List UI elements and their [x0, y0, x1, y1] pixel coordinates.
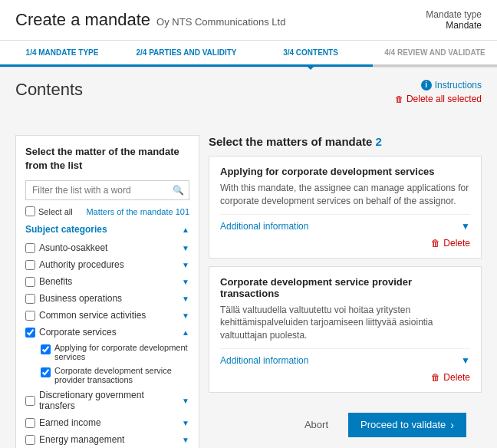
chevron-down-icon: ▼ [182, 419, 189, 427]
item-common-checkbox[interactable] [25, 311, 35, 321]
item-corporate-label[interactable]: Corporate services [25, 327, 117, 338]
main-content: Contents i Instructions 🗑 Delete all sel… [0, 68, 497, 448]
contents-heading: Contents [15, 80, 83, 100]
list-item[interactable]: Benefits ▼ [25, 273, 189, 290]
company-name: Oy NTS Communications Ltd [156, 16, 285, 28]
header: Create a mandate Oy NTS Communications L… [0, 0, 497, 41]
item-authority-label[interactable]: Authority procedures [25, 259, 124, 270]
card-2-title: Corporate development service provider t… [220, 276, 470, 299]
sub-item-corporate-dev-checkbox[interactable] [41, 344, 51, 354]
mandate-type-value: Mandate [426, 20, 482, 31]
item-discretionary-label[interactable]: Discretionary government transfers [25, 390, 182, 411]
chevron-up-icon: ▲ [182, 226, 189, 234]
mandate-type-heading: Mandate type [426, 9, 482, 20]
chevron-down-icon: ▼ [182, 397, 189, 405]
list-item[interactable]: Corporate services ▲ [25, 324, 189, 341]
sub-item-corporate-provider-checkbox[interactable] [41, 367, 51, 377]
mandate-type-info: Mandate type Mandate [426, 9, 482, 31]
content-layout: Select the matter of the mandate from th… [15, 135, 482, 448]
item-energy-label[interactable]: Energy management [25, 434, 124, 445]
card-2-additional-info[interactable]: Additional information ▼ [220, 348, 470, 366]
card-1-title: Applying for corporate development servi… [220, 166, 470, 177]
list-item[interactable]: Business operations ▼ [25, 290, 189, 307]
select-all-row: Select all Matters of the mandate 101 [25, 206, 189, 216]
item-corporate-checkbox[interactable] [25, 328, 35, 338]
list-item[interactable]: Authority procedures ▼ [25, 256, 189, 273]
search-box: 🔍 [25, 180, 189, 200]
card-2-delete[interactable]: 🗑 Delete [220, 372, 470, 383]
matters-count-text: Matters of the mandate 101 [86, 207, 189, 216]
instructions-link[interactable]: i Instructions [421, 80, 482, 91]
item-benefits-checkbox[interactable] [25, 277, 35, 287]
card-2-desc: Tällä valtuudella valtuutettu voi hoitaa… [220, 304, 470, 342]
item-asunto-label[interactable]: Asunto-osakkeet [25, 242, 107, 253]
list-item[interactable]: Discretionary government transfers ▼ [25, 387, 189, 414]
item-benefits-label[interactable]: Benefits [25, 276, 72, 287]
left-panel: Select the matter of the mandate from th… [15, 135, 199, 448]
step-1[interactable]: 1/4 MANDATE TYPE [0, 41, 124, 67]
step-4[interactable]: 4/4 REVIEW AND VALIDATE [373, 41, 497, 67]
matters-count-badge: 2 [376, 135, 382, 148]
chevron-down-icon: ▼ [461, 221, 470, 232]
trash-icon: 🗑 [431, 372, 440, 383]
list-item[interactable]: Energy management ▼ [25, 431, 189, 448]
search-icon: 🔍 [173, 185, 184, 196]
header-left: Create a mandate Oy NTS Communications L… [15, 10, 285, 30]
search-input[interactable] [25, 180, 189, 200]
select-all-checkbox[interactable] [25, 206, 35, 216]
matter-card-2: Corporate development service provider t… [209, 266, 482, 393]
select-all-label[interactable]: Select all [25, 206, 73, 216]
sub-items-corporate: Applying for corporate development servi… [25, 341, 189, 387]
chevron-down-icon: ▼ [182, 278, 189, 286]
chevron-down-icon: ▼ [182, 311, 189, 320]
item-asunto-checkbox[interactable] [25, 243, 35, 253]
item-earned-label[interactable]: Earned income [25, 417, 101, 428]
footer-actions: Abort Proceed to validate › [209, 400, 482, 448]
left-panel-title: Select the matter of the mandate from th… [25, 145, 189, 173]
matter-card-1: Applying for corporate development servi… [209, 156, 482, 259]
arrow-right-icon: › [450, 419, 454, 431]
top-actions: i Instructions 🗑 Delete all selected [395, 80, 482, 104]
info-icon: i [421, 80, 432, 91]
chevron-down-icon: ▼ [182, 295, 189, 303]
subject-categories-header[interactable]: Subject categories ▲ [25, 224, 189, 235]
chevron-down-icon: ▼ [182, 436, 189, 444]
chevron-down-icon: ▼ [182, 261, 189, 269]
item-earned-checkbox[interactable] [25, 418, 35, 428]
delete-all-link[interactable]: 🗑 Delete all selected [395, 94, 482, 104]
item-business-label[interactable]: Business operations [25, 293, 122, 304]
item-common-label[interactable]: Common service activities [25, 310, 146, 321]
proceed-button[interactable]: Proceed to validate › [348, 413, 466, 437]
list-item[interactable]: Asunto-osakkeet ▼ [25, 239, 189, 256]
abort-button[interactable]: Abort [294, 413, 339, 436]
item-authority-checkbox[interactable] [25, 260, 35, 270]
chevron-down-icon: ▼ [182, 244, 189, 252]
card-1-delete[interactable]: 🗑 Delete [220, 238, 470, 249]
item-discretionary-checkbox[interactable] [25, 396, 35, 406]
page-title: Create a mandate [15, 10, 150, 30]
list-item[interactable]: Corporate development service provider t… [41, 364, 189, 387]
chevron-down-icon: ▼ [461, 355, 470, 366]
trash-icon: 🗑 [431, 238, 440, 249]
card-1-additional-info[interactable]: Additional information ▼ [220, 214, 470, 232]
item-energy-checkbox[interactable] [25, 435, 35, 445]
right-panel-title: Select the matters of mandate 2 [209, 135, 482, 148]
step-2[interactable]: 2/4 PARTIES AND VALIDITY [124, 41, 248, 67]
card-1-desc: With this mandate, the assignee can mana… [220, 182, 470, 208]
right-panel: Select the matters of mandate 2 Applying… [209, 135, 482, 448]
item-business-checkbox[interactable] [25, 294, 35, 304]
list-item[interactable]: Common service activities ▼ [25, 307, 189, 324]
list-item[interactable]: Earned income ▼ [25, 414, 189, 431]
step-3[interactable]: 3/4 CONTENTS [248, 41, 373, 67]
chevron-up-icon: ▲ [182, 328, 189, 337]
progress-bar: 1/4 MANDATE TYPE 2/4 PARTIES AND VALIDIT… [0, 41, 497, 68]
list-item[interactable]: Applying for corporate development servi… [41, 341, 189, 364]
trash-icon: 🗑 [395, 94, 403, 104]
matters-link[interactable]: Matters of the mandate 101 [86, 207, 189, 216]
